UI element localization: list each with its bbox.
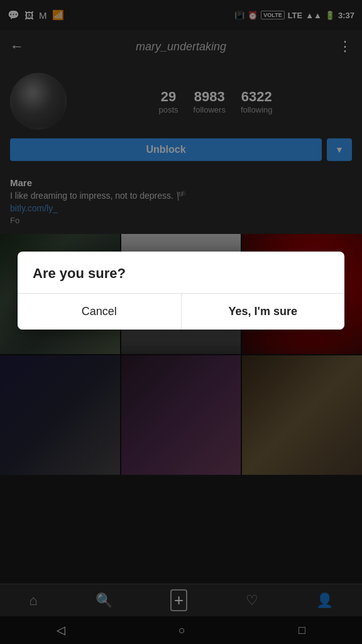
dialog-title: Are you sure?: [18, 252, 344, 294]
cancel-button[interactable]: Cancel: [18, 294, 182, 330]
confirm-button[interactable]: Yes, I'm sure: [182, 294, 345, 330]
dialog-actions: Cancel Yes, I'm sure: [18, 294, 344, 330]
confirmation-dialog: Are you sure? Cancel Yes, I'm sure: [18, 252, 344, 330]
